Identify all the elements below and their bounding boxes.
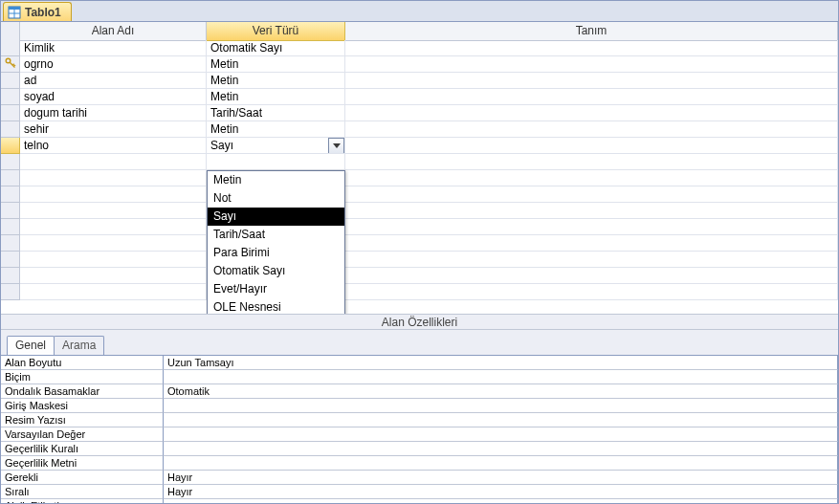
dropdown-button[interactable] <box>328 138 344 154</box>
description-cell[interactable] <box>345 138 838 154</box>
property-value[interactable] <box>164 456 838 471</box>
dropdown-option[interactable]: Tarih/Saat <box>208 226 344 244</box>
property-value[interactable] <box>164 427 838 442</box>
field-name-cell[interactable]: telno <box>20 138 207 154</box>
property-row: Akıllı Etiketler <box>1 499 838 504</box>
data-type-cell[interactable]: Sayı <box>207 138 345 154</box>
column-header-description[interactable]: Tanım <box>345 22 838 41</box>
field-name-cell[interactable]: dogum tarihi <box>20 105 207 121</box>
dropdown-option[interactable]: Sayı <box>208 208 344 226</box>
description-cell[interactable] <box>345 105 838 121</box>
data-type-cell[interactable]: Metin <box>207 73 345 89</box>
row-selector[interactable] <box>1 219 20 235</box>
property-value[interactable] <box>164 413 838 427</box>
description-cell[interactable] <box>345 121 838 138</box>
dropdown-option[interactable]: Metin <box>208 171 344 189</box>
row-selector[interactable] <box>1 252 20 268</box>
data-type-cell[interactable]: Metin <box>207 89 345 105</box>
description-cell[interactable] <box>345 73 838 89</box>
row-selector[interactable] <box>1 186 20 203</box>
description-cell[interactable] <box>345 203 838 219</box>
property-value[interactable]: Otomatik <box>164 384 838 399</box>
data-type-cell[interactable] <box>207 154 345 170</box>
row-selector[interactable] <box>1 284 20 300</box>
dropdown-option[interactable]: Not <box>208 189 344 208</box>
description-cell[interactable] <box>345 40 838 56</box>
row-selector[interactable] <box>1 170 20 186</box>
property-row: Giriş Maskesi <box>1 399 838 413</box>
grid-header-row: Alan Adı Veri Türü Tanım <box>1 22 838 40</box>
description-cell[interactable] <box>345 89 838 105</box>
data-type-dropdown[interactable]: MetinNotSayıTarih/SaatPara BirimiOtomati… <box>207 170 345 314</box>
property-row: SıralıHayır <box>1 485 838 499</box>
table-row <box>1 252 838 268</box>
table-row: soyadMetin <box>1 89 838 105</box>
description-cell[interactable] <box>345 56 838 73</box>
row-selector[interactable] <box>1 138 20 154</box>
description-cell[interactable] <box>345 170 838 186</box>
row-selector[interactable] <box>1 40 20 56</box>
table-row <box>1 203 838 219</box>
dropdown-option[interactable]: Para Birimi <box>208 244 344 262</box>
description-cell[interactable] <box>345 235 838 252</box>
field-name-cell[interactable]: ogrno <box>20 56 207 73</box>
tab-lookup[interactable]: Arama <box>54 336 104 355</box>
primary-key-icon <box>5 57 16 72</box>
table-tab[interactable]: Tablo1 <box>3 2 72 21</box>
row-selector[interactable] <box>1 121 20 138</box>
design-grid-container: Alan Adı Veri Türü Tanım KimlikOtomatik … <box>1 22 838 314</box>
row-selector[interactable] <box>1 268 20 284</box>
dropdown-option[interactable]: OLE Nesnesi <box>208 298 344 314</box>
field-name-cell[interactable] <box>20 219 207 235</box>
field-name-cell[interactable]: sehir <box>20 121 207 138</box>
column-header-data-type[interactable]: Veri Türü <box>207 22 345 41</box>
row-selector[interactable] <box>1 154 20 170</box>
description-cell[interactable] <box>345 284 838 300</box>
row-selector[interactable] <box>1 203 20 219</box>
field-name-cell[interactable]: ad <box>20 73 207 89</box>
description-cell[interactable] <box>345 219 838 235</box>
field-name-cell[interactable]: Kimlik <box>20 40 207 56</box>
table-row <box>1 154 838 170</box>
property-value[interactable] <box>164 499 838 504</box>
property-label: Ondalık Basamaklar <box>1 384 164 399</box>
row-selector[interactable] <box>1 105 20 121</box>
row-selector[interactable] <box>1 235 20 252</box>
data-type-cell[interactable]: Metin <box>207 56 345 73</box>
description-cell[interactable] <box>345 268 838 284</box>
data-type-cell[interactable]: Tarih/Saat <box>207 105 345 121</box>
property-row: GerekliHayır <box>1 471 838 485</box>
row-selector[interactable] <box>1 89 20 105</box>
field-name-cell[interactable] <box>20 268 207 284</box>
field-name-cell[interactable] <box>20 252 207 268</box>
table-icon <box>8 6 21 19</box>
field-name-cell[interactable] <box>20 284 207 300</box>
field-name-cell[interactable] <box>20 170 207 186</box>
row-selector[interactable] <box>1 56 20 73</box>
property-value[interactable] <box>164 442 838 456</box>
field-name-cell[interactable]: soyad <box>20 89 207 105</box>
property-value[interactable]: Hayır <box>164 471 838 485</box>
data-type-cell[interactable]: Metin <box>207 121 345 138</box>
property-value[interactable]: Uzun Tamsayı <box>164 356 838 370</box>
property-value[interactable]: Hayır <box>164 485 838 499</box>
data-type-cell[interactable]: Otomatik Sayı <box>207 40 345 56</box>
field-name-cell[interactable] <box>20 186 207 203</box>
field-name-cell[interactable] <box>20 154 207 170</box>
description-cell[interactable] <box>345 154 838 170</box>
document-tab-bar: Tablo1 <box>1 1 838 22</box>
dropdown-option[interactable]: Otomatik Sayı <box>208 262 344 280</box>
column-header-field-name[interactable]: Alan Adı <box>20 22 207 41</box>
field-name-cell[interactable] <box>20 203 207 219</box>
select-all-corner[interactable] <box>1 22 20 41</box>
dropdown-option[interactable]: Evet/Hayır <box>208 280 344 298</box>
description-cell[interactable] <box>345 186 838 203</box>
tab-general[interactable]: Genel <box>7 336 55 355</box>
property-value[interactable] <box>164 399 838 413</box>
field-name-cell[interactable] <box>20 235 207 252</box>
property-value[interactable] <box>164 370 838 384</box>
row-selector[interactable] <box>1 73 20 89</box>
description-cell[interactable] <box>345 252 838 268</box>
property-row: Varsayılan Değer <box>1 427 838 442</box>
property-row: Resim Yazısı <box>1 413 838 427</box>
